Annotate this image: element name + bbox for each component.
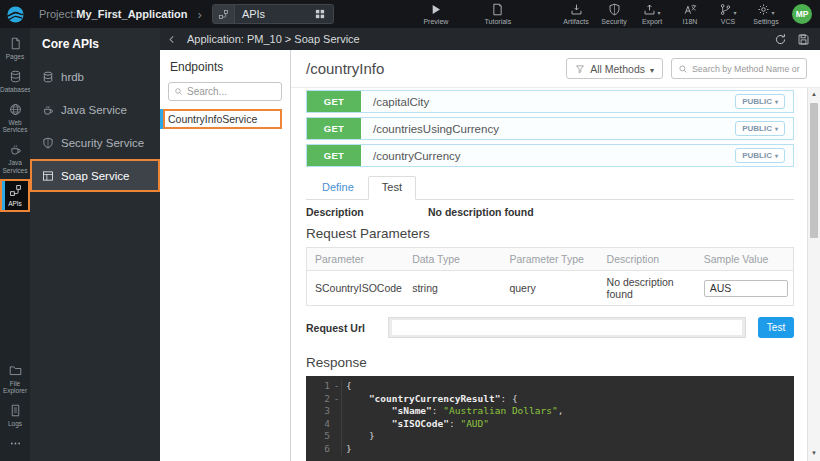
api-endpoint-path: /capitalCity	[361, 96, 735, 108]
scroll-up-arrow[interactable]	[808, 88, 820, 100]
access-level-dropdown[interactable]: PUBLIC	[735, 121, 785, 136]
method-search-input[interactable]	[692, 64, 800, 74]
chevron-right-icon	[198, 7, 202, 22]
project-name: My_First_Application	[76, 8, 187, 20]
java-services-icon	[42, 104, 54, 116]
core-api-item[interactable]: Soap Service	[30, 159, 160, 192]
api-endpoint-row[interactable]: GET /countryCurrency PUBLIC	[306, 144, 794, 167]
topbar-action[interactable]: I18N	[674, 3, 706, 25]
description-label: Description	[306, 206, 428, 218]
translate-icon	[684, 3, 697, 16]
access-level-dropdown[interactable]: PUBLIC	[735, 94, 785, 109]
app-window: Project:My_First_Application APIs Previe…	[0, 0, 820, 461]
api-endpoint-row[interactable]: GET /capitalCity PUBLIC	[306, 90, 794, 113]
rail-item[interactable]: Databases	[0, 65, 30, 98]
topbar-action-label: I18N	[683, 18, 698, 25]
core-api-item-label: hrdb	[61, 71, 84, 83]
selector-icon-box	[213, 5, 235, 23]
api-endpoint-path: /countriesUsingCurrency	[361, 123, 735, 135]
vcs-branch-icon	[719, 3, 732, 16]
chevron-down-icon	[775, 97, 778, 106]
rail-item[interactable]	[0, 432, 30, 457]
core-api-item-label: Java Service	[61, 104, 127, 116]
app-logo[interactable]	[0, 5, 30, 24]
rail-item-label: File Explorer	[0, 380, 30, 396]
web-services-icon	[9, 103, 22, 116]
core-apis-title: Core APIs	[30, 28, 160, 60]
scroll-down-arrow[interactable]	[808, 447, 820, 459]
project-breadcrumb: Project:My_First_Application	[39, 8, 188, 20]
vertical-scrollbar[interactable]	[807, 88, 820, 461]
logs-icon	[9, 404, 22, 417]
core-api-item[interactable]: Security Service	[30, 126, 160, 159]
chevron-down-icon	[775, 151, 778, 160]
endpoints-search-input[interactable]	[187, 86, 276, 97]
project-label: Project:	[39, 8, 76, 20]
apis-icon	[9, 184, 22, 197]
database-icon	[9, 70, 22, 83]
topbar-action[interactable]: Settings	[750, 3, 782, 25]
topbar-action[interactable]: Security	[598, 3, 630, 25]
topbar-action-label: VCS	[721, 18, 735, 25]
soap-service-icon	[42, 170, 54, 182]
core-api-item[interactable]: hrdb	[30, 60, 160, 93]
selector-label: APIs	[235, 8, 314, 20]
test-button[interactable]: Test	[758, 317, 794, 338]
tab[interactable]: Test	[368, 176, 416, 200]
service-selector-dropdown[interactable]: APIs	[212, 4, 334, 24]
rail-item[interactable]: Web Services	[0, 98, 30, 139]
tab[interactable]: Define	[308, 176, 368, 199]
endpoints-title: Endpoints	[168, 60, 282, 74]
search-icon	[678, 64, 688, 74]
filter-icon	[575, 64, 585, 74]
sample-value-input[interactable]	[704, 280, 788, 297]
settings-gear-icon	[757, 3, 770, 16]
security-shield-icon	[608, 3, 621, 16]
page-title: /countryInfo	[306, 60, 566, 77]
user-avatar[interactable]: MP	[792, 4, 812, 24]
topbar-action-label: Settings	[753, 18, 778, 25]
file-explorer-icon	[9, 364, 22, 377]
cell-data-type: string	[404, 277, 501, 299]
rail-item-label: Java Services	[0, 159, 30, 175]
topbar-action[interactable]: Tutorials	[482, 3, 514, 25]
http-method-badge: GET	[307, 118, 361, 139]
rail-item[interactable]: Pages	[0, 32, 30, 65]
refresh-icon[interactable]	[774, 33, 787, 46]
topbar-action-label: Export	[642, 18, 662, 25]
description-row: Description No description found	[306, 206, 794, 218]
methods-filter-dropdown[interactable]: All Methods	[566, 58, 663, 79]
rail-item[interactable]: Java Services	[0, 138, 30, 179]
rail-item[interactable]: Logs	[0, 399, 30, 432]
topbar-action[interactable]: VCS	[712, 3, 744, 25]
table-column-header: Parameter Type	[501, 248, 598, 270]
http-method-badge: GET	[307, 145, 361, 166]
collapse-icon[interactable]	[166, 34, 177, 45]
left-rail: Pages Databases Web Services Jav	[0, 28, 30, 461]
topbar-left-actions: Preview Tutorials	[420, 3, 514, 25]
core-api-item[interactable]: Java Service	[30, 93, 160, 126]
endpoints-panel: Endpoints CountryInfoService	[160, 50, 291, 461]
rail-item-label: APIs	[0, 200, 30, 208]
rail-item[interactable]: File Explorer	[0, 359, 30, 400]
wavemaker-logo-icon	[6, 5, 25, 24]
scrollbar-thumb[interactable]	[810, 103, 818, 238]
http-method-badge: GET	[307, 91, 361, 112]
save-icon[interactable]	[797, 33, 810, 46]
access-level-dropdown[interactable]: PUBLIC	[735, 148, 785, 163]
grid-icon[interactable]	[314, 8, 326, 20]
topbar-action[interactable]: Artifacts	[560, 3, 592, 25]
response-code: 1-{2- "countryCurrencyResult": {3 "sName…	[306, 380, 794, 455]
response-code-editor[interactable]: 1-{2- "countryCurrencyResult": {3 "sName…	[306, 376, 794, 461]
request-url-field	[388, 317, 746, 338]
topbar-action[interactable]: Export	[636, 3, 668, 25]
artifacts-icon	[570, 3, 583, 16]
api-endpoint-row[interactable]: GET /countriesUsingCurrency PUBLIC	[306, 117, 794, 140]
topbar-action-label: Preview	[423, 18, 448, 25]
endpoint-service-label: CountryInfoService	[168, 113, 257, 125]
endpoint-service-item[interactable]: CountryInfoService	[160, 109, 290, 129]
rail-item[interactable]: APIs	[0, 179, 30, 212]
topbar-action-label: Tutorials	[485, 18, 512, 25]
request-url-input[interactable]	[392, 320, 742, 335]
topbar-action[interactable]: Preview	[420, 3, 452, 25]
